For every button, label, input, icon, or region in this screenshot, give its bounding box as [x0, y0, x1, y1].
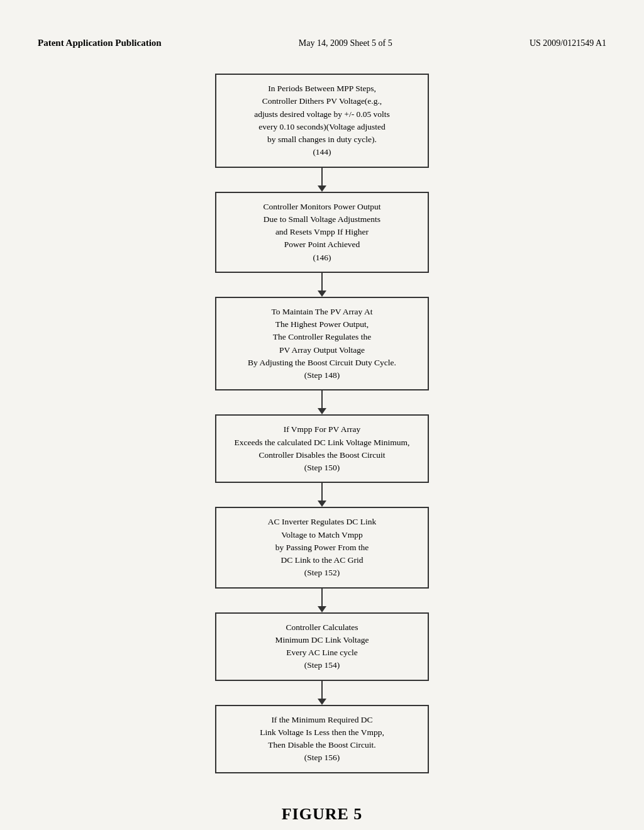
header-date-sheet: May 14, 2009 Sheet 5 of 5 [299, 38, 392, 48]
arrow-head-1 [318, 185, 326, 192]
arrow-2 [318, 273, 326, 297]
arrow-line-2 [321, 273, 323, 290]
flow-box-146: Controller Monitors Power Output Due to … [215, 192, 429, 273]
flow-box-156-text: If the Minimum Required DC Link Voltage … [260, 715, 384, 763]
flow-box-144-text: In Periods Between MPP Steps, Controller… [254, 84, 390, 157]
flow-box-150-text: If Vmpp For PV Array Exceeds the calcula… [235, 424, 410, 472]
page-header: Patent Application Publication May 14, 2… [38, 38, 606, 48]
flow-box-154-text: Controller Calculates Minimum DC Link Vo… [275, 622, 369, 670]
arrow-5 [318, 589, 326, 612]
arrow-line-6 [321, 681, 323, 699]
arrow-1 [318, 168, 326, 192]
flow-box-150: If Vmpp For PV Array Exceeds the calcula… [215, 414, 429, 483]
arrow-3 [318, 390, 326, 414]
flow-box-146-text: Controller Monitors Power Output Due to … [263, 202, 380, 262]
flow-box-156: If the Minimum Required DC Link Voltage … [215, 705, 429, 773]
flow-box-152: AC Inverter Regulates DC Link Voltage to… [215, 507, 429, 588]
flow-box-154: Controller Calculates Minimum DC Link Vo… [215, 612, 429, 681]
arrow-head-3 [318, 408, 326, 414]
flowchart: In Periods Between MPP Steps, Controller… [38, 74, 606, 773]
arrow-line-5 [321, 589, 323, 606]
page: Patent Application Publication May 14, 2… [0, 0, 644, 830]
flow-box-144: In Periods Between MPP Steps, Controller… [215, 74, 429, 168]
header-publication-label: Patent Application Publication [38, 38, 162, 48]
figure-label: FIGURE 5 [38, 805, 606, 824]
flow-box-152-text: AC Inverter Regulates DC Link Voltage to… [268, 517, 376, 577]
flow-box-148: To Maintain The PV Array At The Highest … [215, 297, 429, 391]
arrow-head-5 [318, 606, 326, 612]
header-patent-number: US 2009/0121549 A1 [530, 38, 606, 48]
arrow-head-2 [318, 290, 326, 297]
arrow-line-4 [321, 483, 323, 501]
arrow-head-4 [318, 501, 326, 507]
arrow-6 [318, 681, 326, 705]
arrow-line-1 [321, 168, 323, 185]
flow-box-148-text: To Maintain The PV Array At The Highest … [248, 307, 396, 380]
arrow-line-3 [321, 390, 323, 408]
arrow-4 [318, 483, 326, 507]
arrow-head-6 [318, 699, 326, 705]
